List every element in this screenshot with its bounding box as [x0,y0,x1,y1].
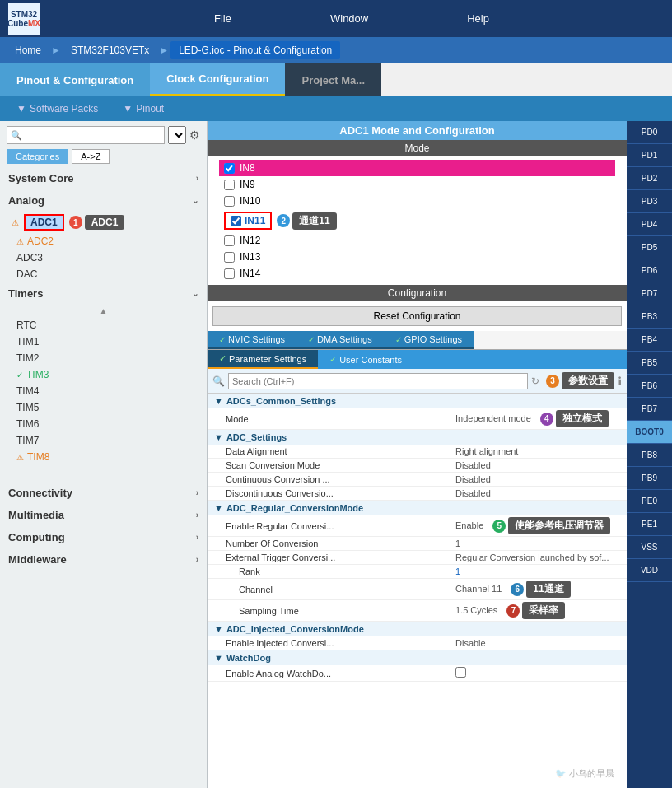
sidebar-item-tim6[interactable]: TIM6 [0,416,207,432]
timers-up-arrow[interactable]: ▲ [0,305,207,317]
pin-pd7[interactable]: PD7 [627,282,672,305]
sidebar-section-middleware[interactable]: Middleware › [0,548,207,571]
sidebar-search-bar: ⚙ [0,121,207,149]
mode-row-in13[interactable]: IN13 [224,249,610,265]
checkbox-in11[interactable] [231,216,241,226]
breadcrumb-device[interactable]: STM32F103VETx [63,41,157,59]
annotation-5-group: 5 使能参考电压调节器 [492,517,610,534]
pin-vdd[interactable]: VDD [627,559,672,582]
checkbox-in12[interactable] [224,235,235,246]
param-tab-settings[interactable]: ✓ Parameter Settings [208,350,318,369]
gear-icon[interactable]: ⚙ [189,128,200,142]
sidebar-section-connectivity[interactable]: Connectivity › [0,482,207,504]
sidebar-section-multimedia[interactable]: Multimedia › [0,504,207,526]
pin-pb4[interactable]: PB4 [627,329,672,352]
pin-vss[interactable]: VSS [627,536,672,559]
checkbox-in9[interactable] [224,180,235,190]
mode-row-in12[interactable]: IN12 [224,232,610,249]
pin-pb5[interactable]: PB5 [627,352,672,375]
param-group-injected[interactable]: ▼ ADC_Injected_ConversionMode [208,622,627,636]
checkbox-in13[interactable] [224,252,235,263]
sidebar-item-tim5[interactable]: TIM5 [0,399,207,416]
tab-pinout[interactable]: Pinout & Configuration [0,63,150,96]
sidebar-item-tim7[interactable]: TIM7 [0,432,207,449]
search-input[interactable] [7,126,165,144]
sub-tab-software[interactable]: ▼ Software Packs [16,103,98,114]
pin-pb7[interactable]: PB7 [627,398,672,421]
pin-pe0[interactable]: PE0 [627,490,672,513]
mode-row-in9[interactable]: IN9 [224,176,610,193]
watchdog-checkbox[interactable] [455,667,466,678]
config-tab-dma[interactable]: ✓ DMA Settings [296,331,384,349]
mode-list: IN8 IN9 IN10 IN11 2 通道11 [208,156,627,285]
annotation-label-11ch: 11通道 [526,581,570,598]
search-select[interactable] [168,126,186,144]
sidebar-tab-categories[interactable]: Categories [7,149,68,164]
sidebar-item-tim2[interactable]: TIM2 [0,350,207,366]
sidebar-item-tim3[interactable]: ✓ TIM3 [0,366,207,383]
sidebar-item-adc1[interactable]: ⚠ ADC1 1 ADC1 [0,212,207,233]
sidebar-item-rtc[interactable]: RTC [0,317,207,333]
sidebar-item-tim1[interactable]: TIM1 [0,333,207,350]
sidebar-item-adc2[interactable]: ⚠ ADC2 [0,233,207,249]
tab-clock[interactable]: Clock Configuration [150,63,285,96]
config-tab-gpio[interactable]: ✓ GPIO Settings [384,331,474,349]
mode-row-in10[interactable]: IN10 [224,193,610,209]
arrow-computing: › [196,533,198,542]
pin-pd5[interactable]: PD5 [627,236,672,259]
arrow-multimedia: › [196,511,198,520]
pin-boot0[interactable]: BOOT0 [627,421,672,444]
menu-window[interactable]: Window [330,12,368,25]
checkbox-in10[interactable] [224,196,235,207]
pin-pd6[interactable]: PD6 [627,259,672,282]
annotation-num-1: 1 [69,216,82,229]
pin-pd2[interactable]: PD2 [627,167,672,190]
pin-pd3[interactable]: PD3 [627,190,672,213]
annotation-num-6: 6 [511,583,524,596]
checkbox-in8[interactable] [224,163,235,174]
mode-row-in14[interactable]: IN14 [224,265,610,282]
breadcrumb-home[interactable]: Home [7,41,49,59]
reset-config-button[interactable]: Reset Configuration [212,306,622,326]
pin-pd4[interactable]: PD4 [627,213,672,236]
in9-label: IN9 [240,179,255,190]
param-row-mode: Mode Independent mode 4 独立模式 [208,408,627,430]
pin-pd1[interactable]: PD1 [627,144,672,167]
param-group-adc-settings[interactable]: ▼ ADC_Settings [208,430,627,445]
checkbox-in14[interactable] [224,268,235,279]
sidebar-section-system-core[interactable]: System Core › [0,167,207,189]
sidebar-tab-az[interactable]: A->Z [72,149,110,164]
menu-file[interactable]: File [214,12,231,25]
refresh-icon[interactable]: ↻ [531,375,539,387]
menu-help[interactable]: Help [467,12,489,25]
sidebar-section-analog[interactable]: Analog ⌄ [0,189,207,212]
sidebar-section-timers[interactable]: Timers ⌄ [0,282,207,305]
tab-project[interactable]: Project Ma... [285,63,381,96]
sidebar-section-computing[interactable]: Computing › [0,526,207,548]
sidebar-item-dac[interactable]: DAC [0,266,207,282]
annotation-1-group: 1 ADC1 [69,215,125,230]
sidebar-item-adc3[interactable]: ADC3 [0,249,207,266]
mode-row-in8[interactable]: IN8 [219,160,615,176]
pin-pe1[interactable]: PE1 [627,513,672,536]
breadcrumb-project[interactable]: LED-G.ioc - Pinout & Configuration [170,41,340,59]
param-group-regular[interactable]: ▼ ADC_Regular_ConversionMode [208,501,627,515]
check-icon-tim3: ✓ [16,371,23,380]
pin-pd0[interactable]: PD0 [627,121,672,144]
param-group-common[interactable]: ▼ ADCs_Common_Settings [208,394,627,408]
pin-pb3[interactable]: PB3 [627,305,672,329]
check-icon-nvic: ✓ [219,335,226,344]
param-search-input[interactable] [228,373,528,389]
annotation-label-sampling: 采样率 [522,602,565,619]
pin-pb8[interactable]: PB8 [627,444,672,467]
sidebar-item-tim8[interactable]: ⚠ TIM8 [0,449,207,465]
sub-tab-pinout[interactable]: ▼ Pinout [123,103,164,114]
pin-pb6[interactable]: PB6 [627,375,672,398]
arrow-timers: ⌄ [192,289,198,298]
mode-row-in11[interactable]: IN11 2 通道11 [224,209,610,232]
pin-pb9[interactable]: PB9 [627,467,672,490]
param-tab-user-constants[interactable]: ✓ User Constants [318,350,413,369]
sidebar-item-tim4[interactable]: TIM4 [0,383,207,399]
config-tab-nvic[interactable]: ✓ NVIC Settings [208,331,296,349]
param-group-watchdog[interactable]: ▼ WatchDog [208,650,627,665]
